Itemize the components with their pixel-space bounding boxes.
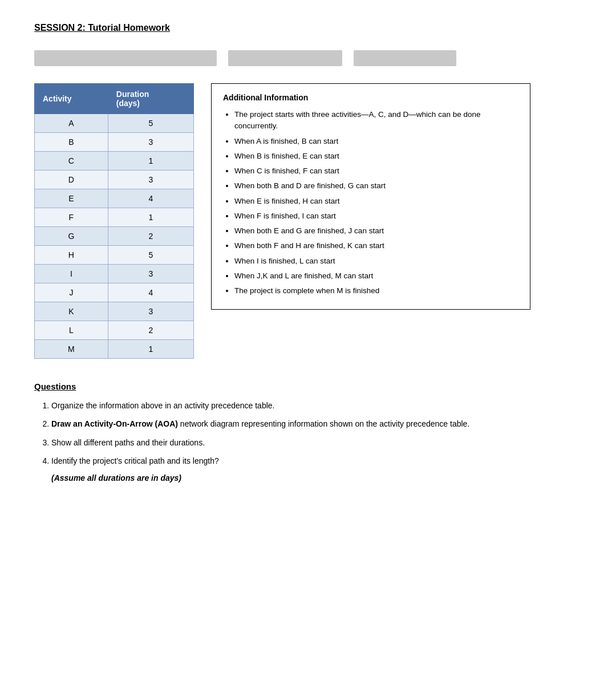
redacted-content bbox=[34, 50, 582, 66]
gray-bar-2 bbox=[228, 50, 342, 66]
questions-list: Organize the information above in an act… bbox=[34, 399, 582, 468]
table-cell-activity: H bbox=[35, 246, 108, 265]
table-cell-duration: 3 bbox=[108, 265, 193, 283]
table-cell-duration: 3 bbox=[108, 302, 193, 321]
table-cell-activity: J bbox=[35, 283, 108, 302]
table-cell-activity: B bbox=[35, 133, 108, 152]
table-row: I3 bbox=[35, 265, 194, 283]
table-cell-duration: 1 bbox=[108, 208, 193, 227]
table-cell-duration: 1 bbox=[108, 340, 193, 359]
questions-section: Questions Organize the information above… bbox=[34, 382, 582, 483]
table-row: G2 bbox=[35, 227, 194, 246]
page-title: SESSION 2: Tutorial Homework bbox=[34, 23, 582, 33]
header-activity: Activity bbox=[35, 84, 108, 114]
table-cell-activity: A bbox=[35, 114, 108, 133]
table-cell-activity: I bbox=[35, 265, 108, 283]
activity-table: Activity Duration(days) A5B3C1D3E4F1G2H5… bbox=[34, 83, 194, 359]
table-row: H5 bbox=[35, 246, 194, 265]
main-content: Activity Duration(days) A5B3C1D3E4F1G2H5… bbox=[34, 83, 582, 359]
table-cell-duration: 5 bbox=[108, 114, 193, 133]
info-list-item: When C is finished, F can start bbox=[234, 165, 518, 177]
info-box: Additional Information The project start… bbox=[211, 83, 530, 310]
info-box-title: Additional Information bbox=[223, 93, 518, 102]
questions-title: Questions bbox=[34, 382, 582, 391]
table-cell-duration: 3 bbox=[108, 171, 193, 189]
table-row: M1 bbox=[35, 340, 194, 359]
table-cell-activity: L bbox=[35, 321, 108, 340]
info-list-item: When both B and D are finished, G can st… bbox=[234, 180, 518, 192]
table-row: A5 bbox=[35, 114, 194, 133]
table-cell-activity: E bbox=[35, 189, 108, 208]
gray-bar-1 bbox=[34, 50, 217, 66]
info-list-item: When F is finished, I can start bbox=[234, 210, 518, 222]
info-list-item: When A is finished, B can start bbox=[234, 136, 518, 147]
table-cell-activity: D bbox=[35, 171, 108, 189]
info-list-item: When E is finished, H can start bbox=[234, 196, 518, 207]
table-cell-duration: 4 bbox=[108, 283, 193, 302]
table-cell-activity: K bbox=[35, 302, 108, 321]
info-list-item: When both F and H are finished, K can st… bbox=[234, 240, 518, 252]
table-cell-duration: 5 bbox=[108, 246, 193, 265]
table-cell-duration: 2 bbox=[108, 321, 193, 340]
info-list-item: When both E and G are finished, J can st… bbox=[234, 225, 518, 237]
table-cell-duration: 1 bbox=[108, 152, 193, 171]
table-row: F1 bbox=[35, 208, 194, 227]
table-cell-activity: M bbox=[35, 340, 108, 359]
question-bold: Draw an Activity-On-Arrow (AOA) bbox=[51, 419, 178, 428]
question-item: Identify the project's critical path and… bbox=[51, 455, 582, 467]
table-row: L2 bbox=[35, 321, 194, 340]
info-list-item: The project is complete when M is finish… bbox=[234, 285, 518, 297]
table-cell-duration: 4 bbox=[108, 189, 193, 208]
info-list-item: When I is finished, L can start bbox=[234, 256, 518, 267]
gray-bar-3 bbox=[354, 50, 456, 66]
table-row: J4 bbox=[35, 283, 194, 302]
questions-note: (Assume all durations are in days) bbox=[34, 473, 582, 483]
question-item: Show all different paths and their durat… bbox=[51, 436, 582, 449]
question-item: Organize the information above in an act… bbox=[51, 399, 582, 412]
table-cell-duration: 3 bbox=[108, 133, 193, 152]
info-list-item: When B is finished, E can start bbox=[234, 151, 518, 162]
table-cell-activity: C bbox=[35, 152, 108, 171]
info-list-item: When J,K and L are finished, M can start bbox=[234, 270, 518, 282]
info-list: The project starts with three activities… bbox=[223, 109, 518, 297]
question-item: Draw an Activity-On-Arrow (AOA) network … bbox=[51, 417, 582, 430]
table-row: K3 bbox=[35, 302, 194, 321]
table-cell-activity: G bbox=[35, 227, 108, 246]
table-row: D3 bbox=[35, 171, 194, 189]
table-cell-activity: F bbox=[35, 208, 108, 227]
table-row: C1 bbox=[35, 152, 194, 171]
table-row: E4 bbox=[35, 189, 194, 208]
header-duration: Duration(days) bbox=[108, 84, 193, 114]
info-list-item: The project starts with three activities… bbox=[234, 109, 518, 132]
table-cell-duration: 2 bbox=[108, 227, 193, 246]
table-row: B3 bbox=[35, 133, 194, 152]
